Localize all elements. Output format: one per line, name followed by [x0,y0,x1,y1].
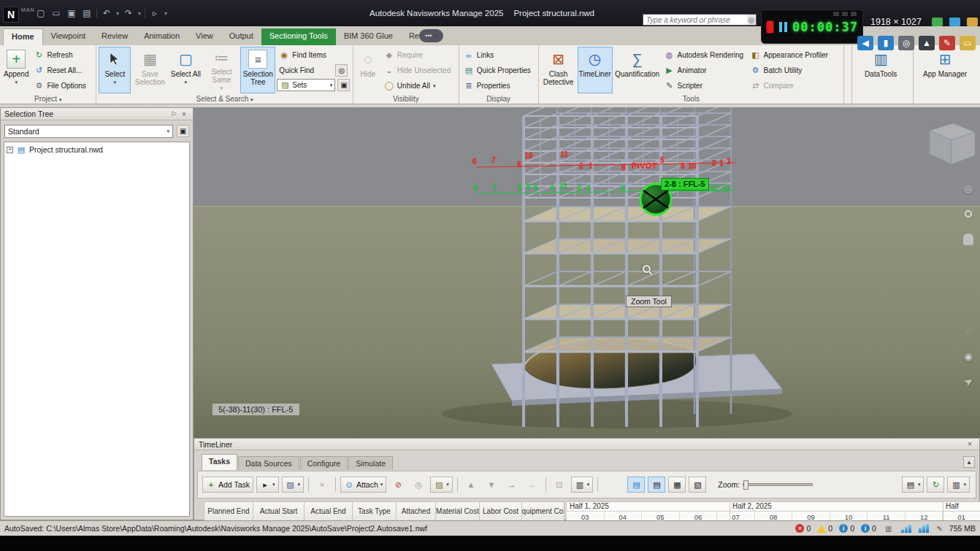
indent-button[interactable]: → [503,477,521,493]
viewport-3d[interactable]: 6751011218581021367589411248981213 PIVOT… [194,107,980,438]
attach-button[interactable]: ⊙Attach▾ [340,477,386,493]
qat-customize-icon[interactable]: ▾ [164,10,167,17]
orbit-tool-icon[interactable]: ◌ [960,323,976,339]
pan-tool-icon[interactable] [960,231,976,247]
full-navigation-wheel-icon[interactable]: ◎ [960,180,976,196]
ribbon-tab-animation[interactable]: Animation [136,28,188,45]
ribbon-overflow-button[interactable]: •••▾ [419,29,443,42]
show-hidden-button[interactable]: ▣ [177,125,189,137]
refresh-data-button[interactable]: ↻ [927,477,944,493]
new-document-icon[interactable]: ▢ [35,7,47,19]
select-button[interactable]: Select ▾ [99,47,131,93]
add-task-button[interactable]: +Add Task [202,477,253,493]
gantt-compare-button[interactable]: ▧ [689,477,706,493]
outdent-button[interactable]: ← [524,477,541,493]
ribbon-tab-review[interactable]: Review [93,28,136,45]
gantt-actual-button[interactable]: ▦ [668,477,686,493]
screenshot-icon[interactable] [842,12,848,16]
zoom-region-icon[interactable]: ◎ [898,36,914,50]
search-icon[interactable]: ◎ [747,15,756,25]
file-options-button[interactable]: ⚙File Options [31,79,88,93]
zoom-tool-icon[interactable] [960,206,976,222]
quantification-button[interactable]: ∑ Quantification [614,47,661,93]
look-around-icon[interactable]: ◉ [960,348,976,364]
quick-find-icon[interactable]: ◎ [335,64,348,77]
column-header-material-cost[interactable]: Material Cost [436,501,480,521]
datatools-button[interactable]: ▥ DataTools [854,47,907,93]
move-up-button[interactable]: ▲ [462,477,480,493]
tree-mode-dropdown[interactable]: Standard ▾ [4,125,173,138]
column-header-planned-end[interactable]: Planned End [204,501,253,521]
ribbon-tab-output[interactable]: Output [221,28,261,45]
selection-tree-button[interactable]: ≡ Selection Tree [240,47,275,93]
save-icon[interactable]: ▣ [66,7,77,19]
hide-unselected-button[interactable]: ◒Hide Unselected [382,63,456,77]
warning-count-badge[interactable]: 0 [817,524,832,533]
selection-tree-header[interactable]: Selection Tree ⚐ × [1,108,193,120]
insert-task-button[interactable]: ▸▾ [256,477,279,493]
move-down-button[interactable]: ▼ [483,477,500,493]
show-gantt-button[interactable]: ▤ [627,477,645,493]
open-icon[interactable]: ▭ [50,7,62,19]
zoom-slider[interactable] [743,483,813,486]
pen-icon[interactable]: ✎ [939,36,955,50]
selection-tree-list[interactable]: + ▤ Project structural.nwd [4,142,190,517]
recorder-confirm-icon[interactable] [932,18,943,26]
sets-dropdown[interactable]: ▨Sets▾ [277,79,335,91]
timeliner-tab-data-sources[interactable]: Data Sources [238,456,299,470]
quick-properties-button[interactable]: ▤Quick Properties [462,63,535,77]
ribbon-tab-sectioning-tools[interactable]: Sectioning Tools [261,28,336,45]
manage-sets-button[interactable]: ▣ [337,79,350,91]
links-button[interactable]: ∞Links [462,48,535,62]
select-all-button[interactable]: ▢ Select All ▾ [169,47,202,93]
autodesk-rendering-button[interactable]: ◍Autodesk Rendering [662,48,747,62]
animator-button[interactable]: ▶Animator [662,63,747,77]
gantt-planned-button[interactable]: ▤ [648,477,665,493]
scripter-button[interactable]: ✎Scripter [662,79,747,93]
clash-detective-button[interactable]: ⊠ Clash Detective [541,47,576,93]
hide-button[interactable]: ◌ Hide [356,47,380,93]
redo-icon[interactable]: ↷ [123,7,134,19]
select-same-button[interactable]: ≔ Select Same ▾ [204,47,239,93]
close-icon[interactable]: × [179,109,189,119]
properties-button[interactable]: ≣Properties [462,79,535,93]
pencil-icon[interactable]: ✎ [935,523,945,533]
delete-task-button[interactable]: × [313,477,331,493]
compare-button[interactable]: ⇄Compare [749,79,838,93]
undo-dropdown-icon[interactable]: ▾ [116,10,119,17]
choose-columns-button[interactable]: ▥▾ [571,477,594,493]
undo-icon[interactable]: ↶ [101,7,112,19]
auto-add-tasks-button[interactable]: ▨▾ [282,477,305,493]
column-header-task-type[interactable]: Task Type [353,501,397,521]
webcam-icon[interactable] [833,12,839,16]
export-schedule-button[interactable]: ▤▾ [902,477,925,493]
batch-utility-button[interactable]: ⚙Batch Utility [749,63,838,77]
find-items-button[interactable]: ◉Find Items [277,48,350,62]
column-header-actual-start[interactable]: Actual Start [253,501,305,521]
column-header-equipment-cost[interactable]: Equipment Cost [522,501,564,521]
quick-find-button[interactable]: Quick Find◎ [277,63,350,77]
ribbon-tab-home[interactable]: Home [3,28,43,45]
unhide-all-button[interactable]: ◯Unhide All▾ [382,79,456,93]
save-selection-button[interactable]: ▦ Save Selection [132,47,167,93]
sheet-browser-icon[interactable]: ▥ [884,523,894,533]
expand-icon[interactable]: + [7,147,13,153]
recorder-menu-icon[interactable] [851,12,857,16]
navisworks-logo[interactable]: N [3,7,19,23]
ribbon-tab-view[interactable]: View [188,28,221,45]
info-count-badge[interactable]: i0 [839,524,854,533]
group-label-project[interactable]: Project ▾ [0,95,96,103]
column-header-attached[interactable]: Attached [397,501,436,521]
zoom-slider-thumb[interactable] [743,480,749,490]
pause-button[interactable] [779,22,787,32]
column-header-labor-cost[interactable]: Labor Cost [480,501,522,521]
scroll-up-button[interactable]: ▲ [963,456,975,468]
column-header-actual-end[interactable]: Actual End [305,501,353,521]
error-count-badge[interactable]: ×0 [795,524,811,533]
walk-tool-icon[interactable]: ➤ [960,374,976,390]
search-input[interactable] [643,16,747,24]
appearance-profiler-button[interactable]: ◧Appearance Profiler [749,48,838,62]
record-stop-button[interactable] [766,20,774,34]
timeliner-settings-button[interactable]: ▥▾ [947,477,970,493]
redo-dropdown-icon[interactable]: ▾ [138,10,141,17]
